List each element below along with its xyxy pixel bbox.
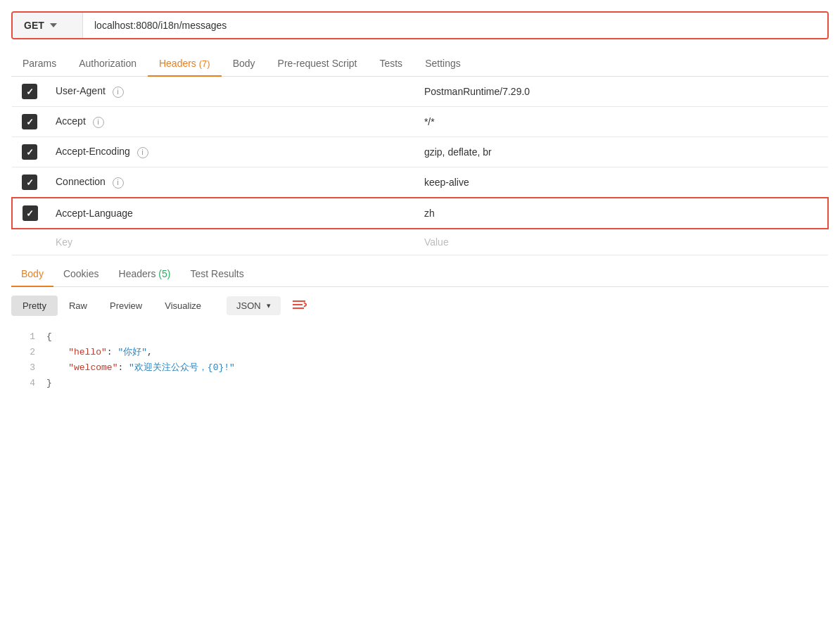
header-key-accept-encoding: Accept-Encoding: [56, 146, 130, 157]
line-number-4: 4: [11, 376, 46, 391]
code-area: 1 { 2 "hello": "你好", 3 "welcome": "欢迎关注公…: [11, 324, 829, 397]
response-tab-cookies[interactable]: Cookies: [53, 261, 109, 286]
header-value-connection: keep-alive: [424, 177, 469, 188]
checkbox-accept[interactable]: [22, 114, 37, 129]
line-number-2: 2: [11, 345, 46, 360]
checkbox-cell-highlighted[interactable]: [12, 198, 47, 229]
checkbox-cell[interactable]: [12, 137, 47, 167]
header-value-accept-language: zh: [424, 208, 435, 219]
code-line-2: 2 "hello": "你好",: [11, 345, 829, 360]
checkbox-user-agent[interactable]: [22, 84, 37, 99]
url-input[interactable]: [83, 13, 827, 38]
header-value-user-agent: PostmanRuntime/7.29.0: [424, 86, 530, 97]
new-row-key-placeholder: Key: [56, 236, 72, 248]
tab-pre-request[interactable]: Pre-request Script: [267, 51, 369, 76]
format-pretty-button[interactable]: Pretty: [11, 296, 58, 316]
headers-badge: (7): [199, 58, 210, 69]
tab-params[interactable]: Params: [11, 51, 68, 76]
header-value-cell: */*: [416, 107, 828, 137]
table-row: Accept i */*: [12, 107, 828, 137]
response-headers-badge: (5): [158, 268, 170, 279]
header-key-accept-language: Accept-Language: [56, 208, 133, 219]
response-tab-headers[interactable]: Headers (5): [109, 261, 181, 286]
info-icon-connection: i: [113, 177, 124, 189]
line-number-3: 3: [11, 360, 46, 376]
new-header-row: Key Value: [12, 229, 828, 255]
header-key-accept: Accept: [56, 115, 86, 127]
new-row-value-placeholder: Value: [424, 236, 449, 248]
code-line-3: 3 "welcome": "欢迎关注公众号，{0}!": [11, 360, 829, 376]
format-visualize-button[interactable]: Visualize: [153, 296, 212, 316]
method-chevron-icon: [50, 23, 57, 27]
code-content-4: }: [46, 376, 829, 391]
format-raw-button[interactable]: Raw: [58, 296, 98, 316]
wrap-lines-button[interactable]: [288, 294, 310, 317]
header-value-accept: */*: [424, 116, 435, 127]
header-key-connection: Connection: [56, 176, 106, 187]
format-toolbar: Pretty Raw Preview Visualize JSON ▾: [11, 287, 829, 324]
header-key-cell: Accept-Encoding i: [47, 137, 416, 167]
code-line-4: 4 }: [11, 376, 829, 391]
json-chevron-icon: ▾: [267, 301, 271, 310]
response-tabs: Body Cookies Headers (5) Test Results: [11, 261, 829, 287]
request-tabs: Params Authorization Headers (7) Body Pr…: [11, 51, 829, 77]
response-section: Body Cookies Headers (5) Test Results Pr…: [11, 261, 829, 397]
header-key-user-agent: User-Agent: [56, 85, 106, 96]
checkbox-accept-encoding[interactable]: [22, 144, 37, 160]
tab-settings[interactable]: Settings: [414, 51, 472, 76]
table-row-highlighted: Accept-Language zh: [12, 198, 828, 229]
checkbox-cell[interactable]: [12, 167, 47, 198]
header-key-cell-highlighted: Accept-Language: [47, 198, 416, 229]
code-content-3: "welcome": "欢迎关注公众号，{0}!": [46, 360, 829, 376]
checkbox-cell[interactable]: [12, 77, 47, 107]
tab-body[interactable]: Body: [222, 51, 267, 76]
json-format-label: JSON: [236, 300, 261, 311]
code-line-1: 1 {: [11, 329, 829, 345]
response-tab-body[interactable]: Body: [11, 261, 53, 286]
checkbox-accept-language[interactable]: [23, 205, 38, 221]
new-row-checkbox-cell: [12, 229, 47, 255]
new-row-value-cell[interactable]: Value: [416, 229, 828, 255]
header-value-cell-highlighted: zh: [416, 198, 828, 229]
line-number-1: 1: [11, 329, 46, 345]
code-content-1: {: [46, 329, 829, 345]
table-row: Connection i keep-alive: [12, 167, 828, 198]
tab-tests[interactable]: Tests: [368, 51, 414, 76]
table-row: Accept-Encoding i gzip, deflate, br: [12, 137, 828, 167]
table-row: User-Agent i PostmanRuntime/7.29.0: [12, 77, 828, 107]
tab-authorization[interactable]: Authorization: [68, 51, 148, 76]
format-preview-button[interactable]: Preview: [98, 296, 153, 316]
json-format-selector[interactable]: JSON ▾: [227, 296, 281, 315]
new-row-key-cell[interactable]: Key: [47, 229, 416, 255]
header-value-cell: PostmanRuntime/7.29.0: [416, 77, 828, 107]
header-value-cell: keep-alive: [416, 167, 828, 198]
headers-table: User-Agent i PostmanRuntime/7.29.0 Accep…: [11, 77, 829, 255]
header-key-cell: User-Agent i: [47, 77, 416, 107]
header-value-cell: gzip, deflate, br: [416, 137, 828, 167]
code-content-2: "hello": "你好",: [46, 345, 829, 360]
header-key-cell: Connection i: [47, 167, 416, 198]
info-icon-accept: i: [93, 117, 104, 128]
method-selector[interactable]: GET: [13, 13, 83, 38]
info-icon-user-agent: i: [113, 87, 124, 98]
checkbox-connection[interactable]: [22, 174, 37, 190]
url-bar: GET: [11, 11, 829, 39]
method-label: GET: [24, 20, 44, 31]
header-value-accept-encoding: gzip, deflate, br: [424, 146, 492, 158]
checkbox-cell[interactable]: [12, 107, 47, 137]
info-icon-accept-encoding: i: [137, 147, 148, 158]
response-tab-test-results[interactable]: Test Results: [180, 261, 253, 286]
tab-headers[interactable]: Headers (7): [148, 51, 222, 76]
header-key-cell: Accept i: [47, 107, 416, 137]
